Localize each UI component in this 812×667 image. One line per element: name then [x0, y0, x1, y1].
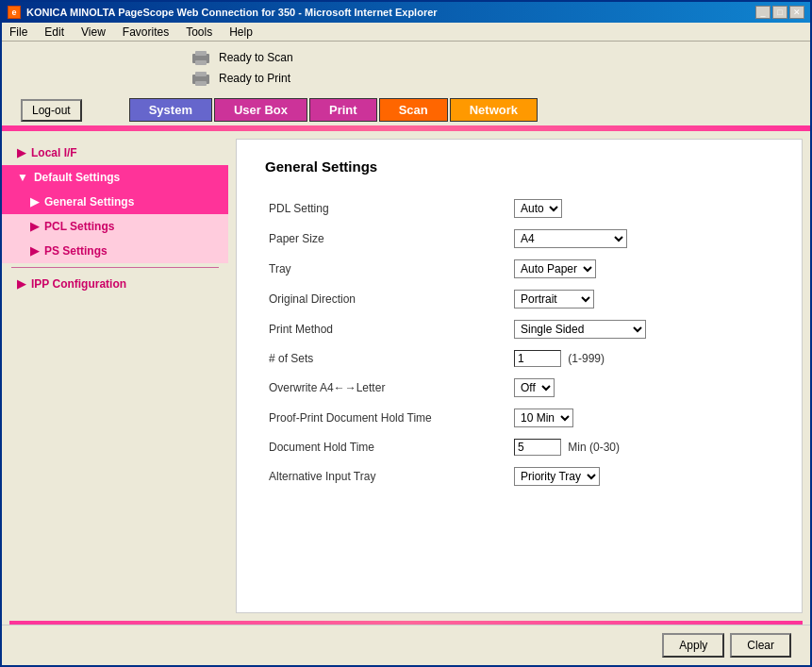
status-bar: Ready to Scan Ready to Print: [2, 42, 810, 94]
altinputtray-select[interactable]: Priority Tray Auto Manual: [514, 467, 600, 486]
sidebar-item-pssettings[interactable]: ▶ PS Settings: [2, 239, 228, 263]
field-value-overwrite[interactable]: Off On: [510, 373, 773, 403]
field-label-tray: Tray: [265, 254, 510, 284]
field-label-prooftime: Proof-Print Document Hold Time: [265, 403, 510, 433]
table-row: Overwrite A4←→Letter Off On: [265, 373, 773, 403]
table-row: Alternative Input Tray Priority Tray Aut…: [265, 461, 773, 492]
field-label-pdl: PDL Setting: [265, 193, 510, 224]
status-scan-line: Ready to Scan: [191, 49, 293, 66]
sidebar-label-pclsettings: PCL Settings: [44, 220, 114, 233]
sidebar-item-pclsettings[interactable]: ▶ PCL Settings: [2, 214, 228, 239]
sidebar-label-defaultsettings: Default Settings: [34, 171, 120, 184]
field-label-printmethod: Print Method: [265, 314, 510, 344]
status-print-line: Ready to Print: [191, 70, 293, 87]
overwrite-select[interactable]: Off On: [514, 378, 555, 397]
title-bar: e KONICA MINOLTA PageScope Web Connectio…: [2, 2, 810, 23]
field-value-tray[interactable]: Auto Paper Tray 1 Tray 2 Manual: [510, 254, 773, 284]
settings-table: PDL Setting Auto PCL PS Paper: [265, 193, 773, 492]
table-row: Original Direction Portrait Landscape: [265, 284, 773, 314]
status-scan-text: Ready to Scan: [219, 51, 293, 64]
field-value-prooftime[interactable]: 10 Min 20 Min 30 Min Off: [510, 403, 773, 433]
printer-scan-icon: [191, 49, 211, 66]
tabs: System User Box Print Scan Network: [129, 98, 538, 122]
tab-print[interactable]: Print: [309, 98, 377, 122]
field-label-papersize: Paper Size: [265, 224, 510, 254]
prooftime-select[interactable]: 10 Min 20 Min 30 Min Off: [514, 409, 573, 427]
sidebar: ▶ Local I/F ▼ Default Settings ▶ General…: [2, 131, 228, 621]
sidebar-label-pssettings: PS Settings: [44, 244, 108, 258]
arrow-icon-localif: ▶: [17, 146, 25, 159]
menu-tools[interactable]: Tools: [182, 25, 216, 40]
menu-edit[interactable]: Edit: [41, 25, 68, 40]
menu-favorites[interactable]: Favorites: [119, 25, 173, 40]
sidebar-label-generalsettings: General Settings: [44, 195, 134, 208]
field-label-overwrite: Overwrite A4←→Letter: [265, 373, 510, 403]
originaldirection-select[interactable]: Portrait Landscape: [514, 290, 594, 308]
sidebar-item-defaultsettings[interactable]: ▼ Default Settings: [2, 165, 228, 190]
field-value-pdl[interactable]: Auto PCL PS: [510, 193, 773, 224]
tab-system[interactable]: System: [129, 98, 212, 122]
pdl-select[interactable]: Auto PCL PS: [514, 199, 562, 218]
arrow-icon-pssettings: ▶: [30, 244, 39, 258]
page-title: General Settings: [265, 158, 773, 175]
field-value-altinputtray[interactable]: Priority Tray Auto Manual: [510, 461, 773, 492]
title-bar-text: e KONICA MINOLTA PageScope Web Connectio…: [8, 6, 438, 19]
table-row: PDL Setting Auto PCL PS: [265, 193, 773, 224]
printmethod-select[interactable]: Single Sided Double Sided Booklet: [514, 320, 646, 339]
menu-file[interactable]: File: [6, 25, 31, 40]
arrow-icon-generalsettings: ▶: [30, 195, 39, 208]
status-print-text: Ready to Print: [219, 72, 290, 85]
content-panel: General Settings PDL Setting Auto PCL PS: [236, 139, 803, 613]
menu-help[interactable]: Help: [225, 25, 257, 40]
field-label-originaldirection: Original Direction: [265, 284, 510, 314]
tab-userbox[interactable]: User Box: [214, 98, 307, 122]
field-label-altinputtray: Alternative Input Tray: [265, 461, 510, 492]
sidebar-label-ipp: IPP Configuration: [31, 277, 126, 291]
minimize-button[interactable]: _: [755, 6, 771, 19]
table-row: Print Method Single Sided Double Sided B…: [265, 314, 773, 344]
field-value-printmethod[interactable]: Single Sided Double Sided Booklet: [510, 314, 773, 344]
arrow-icon-pclsettings: ▶: [30, 220, 39, 233]
apply-button[interactable]: Apply: [662, 633, 724, 658]
sidebar-item-localif[interactable]: ▶ Local I/F: [2, 141, 228, 165]
ofsets-hint: (1-999): [568, 352, 605, 365]
maximize-button[interactable]: □: [772, 6, 787, 19]
tab-scan[interactable]: Scan: [379, 98, 448, 122]
sidebar-label-localif: Local I/F: [31, 146, 77, 159]
menu-bar: File Edit View Favorites Tools Help: [2, 23, 810, 42]
table-row: Document Hold Time Min (0-30): [265, 433, 773, 461]
app-window: e KONICA MINOLTA PageScope Web Connectio…: [0, 0, 812, 667]
arrow-icon-ipp: ▶: [17, 277, 25, 291]
sidebar-item-generalsettings[interactable]: ▶ General Settings: [2, 190, 228, 214]
papersize-select[interactable]: A4 A3 Letter Legal: [514, 229, 627, 248]
app-icon: e: [8, 6, 21, 19]
field-label-holdtime: Document Hold Time: [265, 433, 510, 461]
arrow-icon-defaultsettings: ▼: [17, 171, 28, 184]
svg-rect-4: [195, 72, 207, 76]
field-value-originaldirection[interactable]: Portrait Landscape: [510, 284, 773, 314]
field-label-ofsets: # of Sets: [265, 344, 510, 373]
table-row: Tray Auto Paper Tray 1 Tray 2 Manual: [265, 254, 773, 284]
main-content: Ready to Scan Ready to Print Log-out Sys…: [2, 42, 810, 665]
svg-rect-5: [195, 81, 207, 86]
clear-button[interactable]: Clear: [730, 633, 791, 658]
table-row: Paper Size A4 A3 Letter Legal: [265, 224, 773, 254]
tray-select[interactable]: Auto Paper Tray 1 Tray 2 Manual: [514, 259, 596, 278]
svg-rect-2: [195, 60, 207, 65]
field-value-holdtime[interactable]: Min (0-30): [510, 433, 773, 461]
sidebar-item-ipp[interactable]: ▶ IPP Configuration: [2, 272, 228, 296]
holdtime-input[interactable]: [514, 439, 561, 456]
printer-print-icon: [191, 70, 211, 87]
field-value-papersize[interactable]: A4 A3 Letter Legal: [510, 224, 773, 254]
title-bar-buttons: _ □ ✕: [755, 6, 804, 19]
tab-network[interactable]: Network: [450, 98, 538, 122]
close-button[interactable]: ✕: [789, 6, 804, 19]
field-value-ofsets[interactable]: (1-999): [510, 344, 773, 373]
nav-row: Log-out System User Box Print Scan Netwo…: [2, 94, 810, 125]
menu-view[interactable]: View: [77, 25, 109, 40]
ofsets-input[interactable]: [514, 350, 561, 367]
svg-rect-1: [195, 51, 207, 56]
logout-button[interactable]: Log-out: [21, 99, 82, 122]
bottom-bar: Apply Clear: [2, 625, 810, 665]
body-area: ▶ Local I/F ▼ Default Settings ▶ General…: [2, 131, 810, 621]
